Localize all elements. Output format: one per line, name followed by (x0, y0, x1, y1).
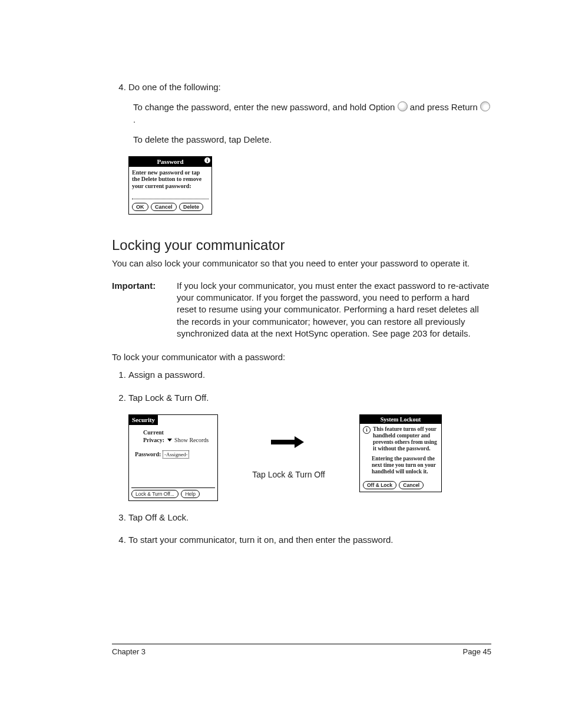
intro-paragraph: You can also lock your communicator so t… (112, 258, 491, 269)
lockout-p2: Entering the password the next time you … (372, 456, 438, 475)
step-4: Do one of the following: To change the p… (128, 81, 491, 146)
password-value[interactable]: -Assigned- (163, 450, 190, 459)
security-dialog: Security Current Privacy: Show Records P… (128, 414, 218, 501)
important-body: If you lock your communicator, you must … (177, 280, 491, 340)
info-icon: i (204, 157, 210, 163)
system-lockout-dialog: System Lockout i This feature turns off … (359, 414, 442, 492)
option-key-icon (398, 101, 408, 111)
step4-lead: Do one of the following: (128, 82, 221, 92)
off-lock-button[interactable]: Off & Lock (363, 481, 396, 489)
dropdown-icon[interactable] (167, 439, 172, 442)
lock-turnoff-button[interactable]: Lock & Turn Off... (131, 490, 178, 498)
cancel-button[interactable]: Cancel (151, 203, 177, 211)
section-heading: Locking your communicator (112, 236, 491, 255)
password-dialog-body: Enter new password or tap the Delete but… (132, 169, 209, 190)
privacy-value[interactable]: Show Records (174, 437, 209, 443)
return-key-icon (480, 101, 490, 111)
password-dialog-title: Password i (129, 157, 211, 167)
footer-page: Page 45 (463, 647, 491, 657)
important-label: Important: (112, 280, 177, 340)
lockout-title: System Lockout (360, 415, 441, 424)
page-footer: Chapter 3 Page 45 (112, 644, 491, 657)
lock-step-2: Tap Lock & Turn Off. (128, 392, 491, 404)
password-input-line[interactable] (132, 193, 209, 199)
lock-step-1: Assign a password. (128, 369, 491, 381)
lock-step-4: To start your communicator, turn it on, … (128, 534, 491, 546)
lockout-cancel-button[interactable]: Cancel (399, 481, 424, 489)
ok-button[interactable]: OK (132, 203, 148, 211)
delete-button[interactable]: Delete (179, 203, 203, 211)
help-button[interactable]: Help (181, 490, 199, 498)
footer-chapter: Chapter 3 (112, 647, 146, 657)
password-dialog: Password i Enter new password or tap the… (128, 156, 212, 215)
security-tab: Security (129, 415, 158, 425)
step4-change-line: To change the password, enter the new pa… (133, 101, 491, 126)
lockout-p1: This feature turns off your handheld com… (373, 426, 438, 452)
lock-step-3: Tap Off & Lock. (128, 512, 491, 523)
lock-procedure-heading: To lock your communicator with a passwor… (112, 351, 491, 363)
figure-caption: Tap Lock & Turn Off (252, 470, 325, 480)
arrow-icon (271, 438, 306, 446)
step4-delete-line: To delete the password, tap Delete. (133, 134, 491, 146)
info-icon: i (363, 426, 371, 434)
